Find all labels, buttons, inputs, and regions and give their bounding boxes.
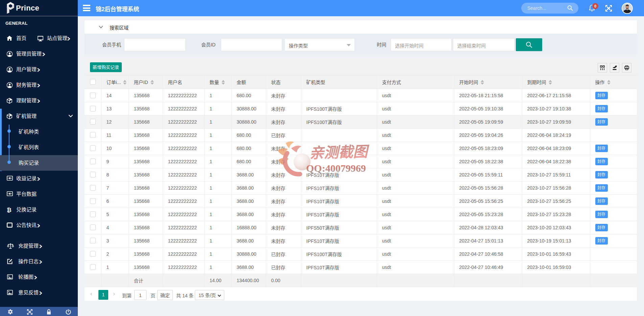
svg-text:₿: ₿ — [7, 207, 12, 213]
